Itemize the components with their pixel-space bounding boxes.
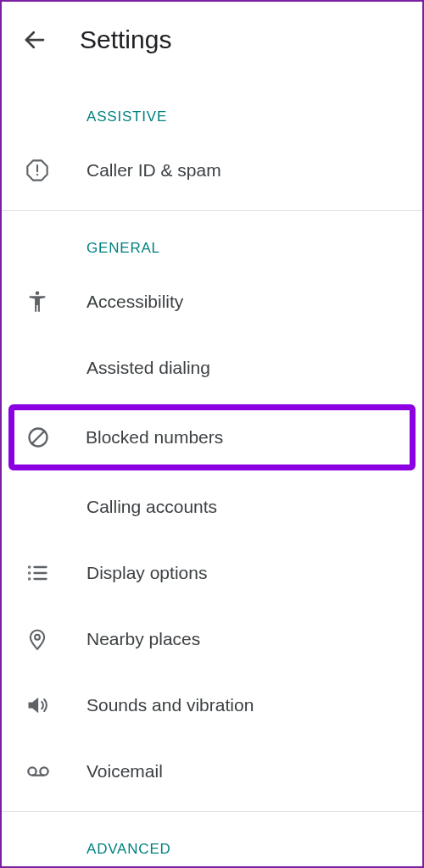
list-icon [25,561,49,585]
app-header: Settings [2,2,422,80]
alert-octagon-icon [25,159,49,182]
back-button[interactable] [20,25,49,54]
item-label: Blocked numbers [86,427,223,448]
speaker-icon [25,693,49,717]
item-label: Assisted dialing [86,358,210,378]
page-title: Settings [80,25,171,54]
svg-point-7 [29,566,30,567]
item-nearby-places[interactable]: Nearby places [2,606,422,672]
svg-point-13 [35,635,40,640]
item-label: Display options [86,563,207,583]
item-calling-accounts[interactable]: Calling accounts [2,474,422,540]
item-label: Caller ID & spam [86,160,221,181]
block-icon [26,426,50,449]
item-caller-id-spam[interactable]: Caller ID & spam [2,137,422,203]
svg-point-4 [36,291,40,295]
arrow-left-icon [22,27,47,53]
item-sounds-vibration[interactable]: Sounds and vibration [2,672,422,738]
item-label: Calling accounts [86,497,217,517]
section-header-assistive: ASSISTIVE [2,80,422,137]
svg-point-9 [29,578,30,579]
item-display-options[interactable]: Display options [2,540,422,606]
item-accessibility[interactable]: Accessibility [2,269,422,335]
svg-point-8 [29,572,30,573]
svg-point-15 [28,767,36,775]
settings-screen: Settings ASSISTIVE Caller ID & spam GENE… [2,2,422,868]
accessibility-icon [25,290,49,314]
svg-line-6 [32,431,45,444]
item-label: Voicemail [86,761,163,782]
svg-point-16 [40,767,47,775]
item-voicemail[interactable]: Voicemail [2,738,422,804]
location-pin-icon [25,627,49,651]
item-label: Nearby places [86,629,200,649]
section-header-advanced: ADVANCED [2,812,422,868]
svg-marker-14 [29,698,39,714]
voicemail-icon [25,760,51,783]
item-blocked-numbers[interactable]: Blocked numbers [8,404,416,470]
item-label: Accessibility [86,292,183,312]
item-label: Sounds and vibration [86,695,254,715]
section-header-general: GENERAL [2,211,422,269]
item-assisted-dialing[interactable]: Assisted dialing [2,335,422,401]
svg-point-3 [36,174,38,175]
